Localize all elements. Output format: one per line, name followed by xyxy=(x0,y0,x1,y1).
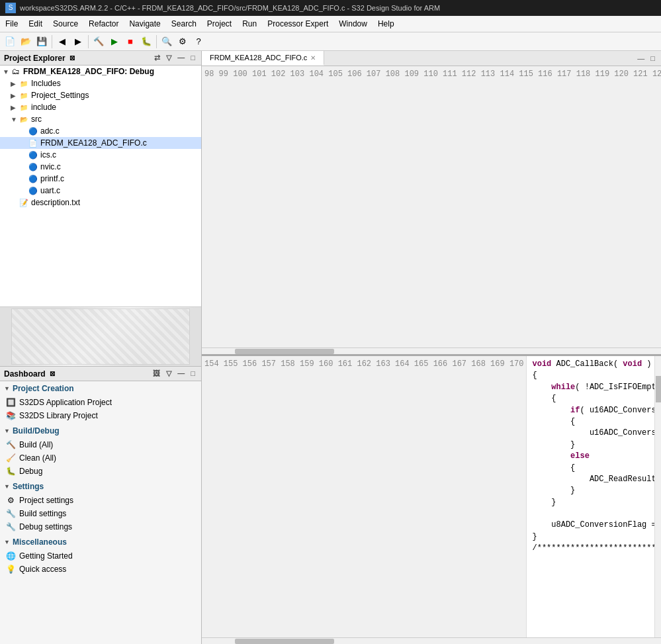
dash-item-build-all[interactable]: 🔨 Build (All) xyxy=(0,438,201,451)
tree-arrow-include[interactable]: ▶ xyxy=(11,104,19,111)
tree-item-frdm-file[interactable]: 📄 FRDM_KEA128_ADC_FIFO.c xyxy=(0,137,201,149)
tree-label-printfc: printf.c xyxy=(40,174,64,183)
dashboard-close-icon[interactable]: ⊠ xyxy=(50,370,55,377)
section-build-debug-content: 🔨 Build (All) 🧹 Clean (All) 🐛 Debug xyxy=(0,437,201,479)
menu-project[interactable]: Project xyxy=(202,17,237,30)
tree-item-adcc[interactable]: 🔵 adc.c xyxy=(0,125,201,137)
dashboard-collapse-icon[interactable]: ▽ xyxy=(164,369,173,379)
tree-arrow-project[interactable]: ▼ xyxy=(3,68,11,75)
quick-access-icon: 💡 xyxy=(5,564,16,575)
dash-item-debug[interactable]: 🐛 Debug xyxy=(0,465,201,478)
menu-run[interactable]: Run xyxy=(237,17,262,30)
tree-arrow-project-settings[interactable]: ▶ xyxy=(11,92,19,99)
section-settings[interactable]: ▼ Settings xyxy=(0,479,201,492)
toolbar-save[interactable]: 💾 xyxy=(34,34,49,49)
menu-help[interactable]: Help xyxy=(373,17,400,30)
title-text: workspaceS32DS.ARM.2.2 - C/C++ - FRDM_KE… xyxy=(20,4,440,12)
menu-refactor[interactable]: Refactor xyxy=(83,17,124,30)
printfc-icon: 🔵 xyxy=(28,173,38,184)
tree-item-description[interactable]: 📝 description.txt xyxy=(0,197,201,208)
project-icon: 🗂 xyxy=(11,66,21,77)
tree-item-uartc[interactable]: 🔵 uart.c xyxy=(0,185,201,197)
tree-arrow-src[interactable]: ▼ xyxy=(11,116,19,123)
section-project-creation[interactable]: ▼ Project Creation xyxy=(0,381,201,394)
tree-item-project-settings[interactable]: ▶ 📁 Project_Settings xyxy=(0,89,201,101)
dash-item-project-settings[interactable]: ⚙ Project settings xyxy=(0,494,201,507)
toolbar-search[interactable]: 🔍 xyxy=(159,34,174,49)
build-settings-icon: 🔧 xyxy=(5,508,16,519)
tree-item-project[interactable]: ▼ 🗂 FRDM_KEA128_ADC_FIFO: Debug xyxy=(0,66,201,77)
adcc-icon: 🔵 xyxy=(28,126,38,136)
editor-tab-frdm[interactable]: FRDM_KEA128_ADC_FIFO.c ✕ xyxy=(202,51,324,66)
editor-tab-close-icon[interactable]: ✕ xyxy=(310,54,316,62)
editor-minimize-icon[interactable]: — xyxy=(635,54,646,63)
dashboard-maximize-icon[interactable]: □ xyxy=(189,369,197,379)
menu-window[interactable]: Window xyxy=(333,17,373,30)
menu-navigate[interactable]: Navigate xyxy=(124,17,165,30)
line-numbers-bottom: 154 155 156 157 158 159 160 161 162 163 … xyxy=(202,356,527,637)
tree-arrow-includes[interactable]: ▶ xyxy=(11,80,19,87)
toolbar-build[interactable]: 🔨 xyxy=(91,34,106,49)
panel-maximize-icon[interactable]: □ xyxy=(189,53,197,63)
toolbar-run[interactable]: ▶ xyxy=(107,34,122,49)
tree-item-includes[interactable]: ▶ 📁 Includes xyxy=(0,77,201,89)
dash-item-quick-access[interactable]: 💡 Quick access xyxy=(0,563,201,576)
dashboard-panel: Dashboard ⊠ 🖼 ▽ — □ ▼ Project Creation xyxy=(0,366,201,644)
toolbar-new[interactable]: 📄 xyxy=(3,34,17,49)
settings-label: Settings xyxy=(13,482,44,491)
build-all-label: Build (All) xyxy=(19,440,53,449)
toolbar-debug[interactable]: 🐛 xyxy=(139,34,154,49)
icsc-icon: 🔵 xyxy=(28,150,38,160)
toolbar-sep1 xyxy=(52,35,52,48)
project-settings-icon: 📁 xyxy=(19,90,29,101)
dash-item-clean-all[interactable]: 🧹 Clean (All) xyxy=(0,451,201,465)
tree-item-src[interactable]: ▼ 📂 src xyxy=(0,113,201,125)
toolbar-settings[interactable]: ⚙ xyxy=(175,34,190,49)
triangle-settings: ▼ xyxy=(4,483,10,490)
tree-label-includes: Includes xyxy=(31,79,61,88)
code-container-bottom: 154 155 156 157 158 159 160 161 162 163 … xyxy=(202,356,661,637)
dashboard-header: Dashboard ⊠ 🖼 ▽ — □ xyxy=(0,367,201,381)
tree-label-icsc: ics.c xyxy=(40,150,56,160)
left-panel: Project Explorer ⊠ ⇄ ▽ — □ ▼ 🗂 FRDM_KEA1… xyxy=(0,51,202,644)
build-debug-label: Build/Debug xyxy=(13,426,60,436)
project-settings-dash-icon: ⚙ xyxy=(5,495,16,506)
lib-project-icon: 📚 xyxy=(5,410,16,421)
panel-minimize-icon[interactable]: — xyxy=(175,53,187,63)
tree-item-include[interactable]: ▶ 📁 include xyxy=(0,101,201,113)
section-misc[interactable]: ▼ Miscellaneous xyxy=(0,535,201,548)
tree-label-include: include xyxy=(31,103,56,112)
code-bottom: 154 155 156 157 158 159 160 161 162 163 … xyxy=(202,356,661,644)
scrollbar-bottom[interactable] xyxy=(654,356,661,637)
tree-label-frdm: FRDM_KEA128_ADC_FIFO.c xyxy=(40,138,147,148)
dash-item-app-project[interactable]: 🔲 S32DS Application Project xyxy=(0,396,201,409)
tree-item-printfc[interactable]: 🔵 printf.c xyxy=(0,173,201,185)
tree-item-nvicc[interactable]: 🔵 nvic.c xyxy=(0,161,201,173)
project-explorer-close-icon[interactable]: ⊠ xyxy=(69,54,75,62)
dashboard-action-icon[interactable]: 🖼 xyxy=(151,369,162,379)
section-build-debug[interactable]: ▼ Build/Debug xyxy=(0,424,201,437)
menu-processor-expert[interactable]: Processor Expert xyxy=(262,17,333,30)
menu-source[interactable]: Source xyxy=(48,17,83,30)
hscroll-top[interactable] xyxy=(202,347,661,354)
toolbar-back[interactable]: ◀ xyxy=(55,34,69,49)
code-area-bottom[interactable]: void ADC_CallBack( void ) { while( !ADC_… xyxy=(527,356,654,637)
panel-sync-icon[interactable]: ⇄ xyxy=(152,53,162,63)
toolbar-stop[interactable]: ■ xyxy=(123,34,138,49)
menu-edit[interactable]: Edit xyxy=(23,17,48,30)
toolbar-help[interactable]: ? xyxy=(191,34,206,49)
dash-item-lib-project[interactable]: 📚 S32DS Library Project xyxy=(0,409,201,422)
editor-maximize-icon[interactable]: □ xyxy=(648,54,657,63)
dash-item-debug-settings[interactable]: 🔧 Debug settings xyxy=(0,520,201,533)
tree-item-icsc[interactable]: 🔵 ics.c xyxy=(0,149,201,161)
menu-file[interactable]: File xyxy=(0,17,23,30)
dash-item-build-settings[interactable]: 🔧 Build settings xyxy=(0,507,201,520)
dashboard-minimize-icon[interactable]: — xyxy=(175,369,187,379)
frdm-icon: 📄 xyxy=(28,138,38,148)
hscroll-bottom[interactable] xyxy=(202,637,661,644)
panel-collapse-icon[interactable]: ▽ xyxy=(164,53,173,63)
menu-search[interactable]: Search xyxy=(166,17,202,30)
toolbar-forward[interactable]: ▶ xyxy=(71,34,85,49)
toolbar-open[interactable]: 📂 xyxy=(19,34,33,49)
dash-item-getting-started[interactable]: 🌐 Getting Started xyxy=(0,549,201,563)
